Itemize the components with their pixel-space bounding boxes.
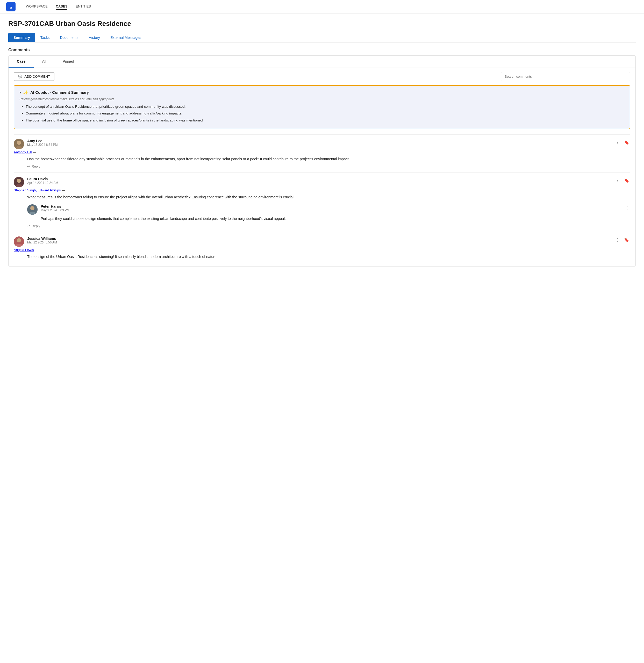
comment-list: Amy Lee May 15 2024 8:34 PM ⋮ 🔖 Anthony … bbox=[8, 134, 636, 267]
page-content: RSP-3701CAB Urban Oasis Residence Summar… bbox=[0, 14, 644, 663]
avatar bbox=[27, 204, 38, 215]
comment-author-name: Laura Davis bbox=[27, 177, 58, 181]
comment-header: Jessica Williams Mar 22 2024 5:56 AM ⋮ 🔖 bbox=[14, 236, 630, 247]
comment-more-button[interactable]: ⋮ bbox=[614, 177, 620, 184]
tab-summary[interactable]: Summary bbox=[8, 33, 35, 42]
nav-items: WORKSPACE CASES ENTITIES bbox=[26, 3, 91, 10]
comment-bookmark-button[interactable]: 🔖 bbox=[623, 139, 630, 146]
comment-mention: Angela Lewis — bbox=[14, 248, 630, 252]
mention-link[interactable]: Anthony Hill bbox=[14, 150, 31, 154]
subtab-case[interactable]: Case bbox=[8, 56, 34, 68]
page-tabs: Summary Tasks Documents History External… bbox=[8, 33, 636, 43]
page-title: RSP-3701CAB Urban Oasis Residence bbox=[8, 20, 636, 28]
comment-author-section: Laura Davis Apr 14 2024 12:24 AM bbox=[14, 177, 58, 187]
ai-disclaimer: Review generated content to make sure it… bbox=[19, 97, 625, 101]
comment-date: May 9 2024 3:03 PM bbox=[41, 208, 69, 212]
comment-header: Laura Davis Apr 14 2024 12:24 AM ⋮ 🔖 bbox=[14, 177, 630, 187]
comments-subtabs: Case All Pinned bbox=[8, 56, 636, 68]
avatar bbox=[14, 177, 24, 187]
ai-copilot-header[interactable]: ▾ ✨ AI Copilot - Comment Summary bbox=[19, 90, 625, 95]
nav-workspace[interactable]: WORKSPACE bbox=[26, 3, 48, 10]
comment-header: Amy Lee May 15 2024 8:34 PM ⋮ 🔖 bbox=[14, 139, 630, 149]
reply-button[interactable]: ↩ Reply bbox=[14, 224, 630, 228]
nav-cases[interactable]: CASES bbox=[56, 3, 68, 10]
comment-item: Jessica Williams Mar 22 2024 5:56 AM ⋮ 🔖… bbox=[14, 232, 630, 266]
mention-link[interactable]: Angela Lewis bbox=[14, 248, 34, 252]
comment-item: Laura Davis Apr 14 2024 12:24 AM ⋮ 🔖 Ste… bbox=[14, 173, 630, 232]
ai-bullets: The concept of an Urban Oasis Residence … bbox=[19, 104, 625, 123]
comment-more-button[interactable]: ⋮ bbox=[614, 139, 620, 146]
tab-tasks[interactable]: Tasks bbox=[35, 33, 55, 42]
add-comment-button[interactable]: 💬 ADD COMMENT bbox=[14, 72, 54, 81]
comment-author-section: Jessica Williams Mar 22 2024 5:56 AM bbox=[14, 236, 57, 247]
tab-history[interactable]: History bbox=[83, 33, 105, 42]
reply-button[interactable]: ↩ Reply bbox=[14, 164, 630, 168]
comment-text: Has the homeowner considered any sustain… bbox=[14, 156, 630, 162]
tab-documents[interactable]: Documents bbox=[55, 33, 84, 42]
svg-point-3 bbox=[17, 141, 21, 145]
comment-date: May 15 2024 8:34 PM bbox=[27, 143, 58, 146]
comment-text: What measures is the homeowner taking to… bbox=[14, 194, 630, 200]
comment-more-button[interactable]: ⋮ bbox=[614, 236, 620, 244]
comment-actions-right: ⋮ 🔖 bbox=[614, 236, 630, 244]
ai-bullet-1: The concept of an Urban Oasis Residence … bbox=[26, 104, 625, 109]
ai-wand-icon: ✨ bbox=[23, 90, 28, 95]
comment-meta: Jessica Williams Mar 22 2024 5:56 AM bbox=[27, 236, 57, 244]
svg-text:a: a bbox=[10, 5, 12, 9]
comment-meta: Laura Davis Apr 14 2024 12:24 AM bbox=[27, 177, 58, 185]
search-comments-input[interactable] bbox=[501, 72, 630, 81]
comment-meta: Amy Lee May 15 2024 8:34 PM bbox=[27, 139, 58, 146]
appian-logo: a bbox=[6, 2, 16, 12]
reply-icon: ↩ bbox=[27, 224, 30, 228]
ai-bullet-2: Commenters inquired about plans for comm… bbox=[26, 111, 625, 116]
comments-toolbar: 💬 ADD COMMENT bbox=[8, 68, 636, 85]
tab-external-messages[interactable]: External Messages bbox=[105, 33, 146, 42]
comment-date: Mar 22 2024 5:56 AM bbox=[27, 241, 57, 244]
comment-author-section: Peter Harris May 9 2024 3:03 PM bbox=[27, 204, 69, 215]
comment-bookmark-button[interactable]: 🔖 bbox=[623, 236, 630, 244]
top-navigation: a WORKSPACE CASES ENTITIES bbox=[0, 0, 644, 14]
avatar bbox=[14, 139, 24, 149]
comment-author-section: Amy Lee May 15 2024 8:34 PM bbox=[14, 139, 58, 149]
nested-reply: Peter Harris May 9 2024 3:03 PM ⋮ Perhap… bbox=[27, 204, 630, 222]
mention-link[interactable]: Stephen Singh, Edward Phillips bbox=[14, 188, 61, 192]
svg-point-6 bbox=[17, 179, 21, 183]
comment-date: Apr 14 2024 12:24 AM bbox=[27, 181, 58, 185]
subtab-pinned[interactable]: Pinned bbox=[54, 56, 82, 68]
svg-point-9 bbox=[30, 206, 35, 210]
nav-entities[interactable]: ENTITIES bbox=[76, 3, 91, 10]
svg-point-12 bbox=[17, 238, 21, 243]
comment-actions-right: ⋮ 🔖 bbox=[614, 139, 630, 146]
comment-mention: Anthony Hill — bbox=[14, 150, 630, 154]
chevron-down-icon: ▾ bbox=[19, 91, 21, 94]
comment-text: The design of the Urban Oasis Residence … bbox=[14, 254, 630, 259]
comment-actions-right: ⋮ 🔖 bbox=[614, 177, 630, 184]
reply-icon: ↩ bbox=[27, 164, 30, 168]
avatar bbox=[14, 236, 24, 247]
comment-meta: Peter Harris May 9 2024 3:03 PM bbox=[41, 204, 69, 212]
comment-bookmark-button[interactable]: 🔖 bbox=[623, 177, 630, 184]
ai-copilot-box: ▾ ✨ AI Copilot - Comment Summary Review … bbox=[14, 85, 630, 129]
comment-bubble-icon: 💬 bbox=[18, 74, 22, 78]
ai-copilot-title: AI Copilot - Comment Summary bbox=[30, 90, 89, 94]
comment-author-name: Jessica Williams bbox=[27, 236, 57, 241]
comment-more-button[interactable]: ⋮ bbox=[624, 204, 630, 211]
add-comment-label: ADD COMMENT bbox=[24, 74, 50, 78]
comment-author-name: Amy Lee bbox=[27, 139, 58, 143]
comments-section-heading: Comments bbox=[8, 48, 636, 52]
comment-mention: Stephen Singh, Edward Phillips — bbox=[14, 188, 630, 192]
comments-panel: Case All Pinned 💬 ADD COMMENT ▾ ✨ AI Cop… bbox=[8, 55, 636, 267]
comment-text: Perhaps they could choose design element… bbox=[27, 216, 630, 222]
ai-bullet-3: The potential use of the home office spa… bbox=[26, 118, 625, 123]
subtab-all[interactable]: All bbox=[34, 56, 54, 68]
comment-actions-right: ⋮ bbox=[624, 204, 630, 211]
comment-item: Amy Lee May 15 2024 8:34 PM ⋮ 🔖 Anthony … bbox=[14, 134, 630, 173]
comment-author-name: Peter Harris bbox=[41, 204, 69, 208]
comment-header: Peter Harris May 9 2024 3:03 PM ⋮ bbox=[27, 204, 630, 215]
